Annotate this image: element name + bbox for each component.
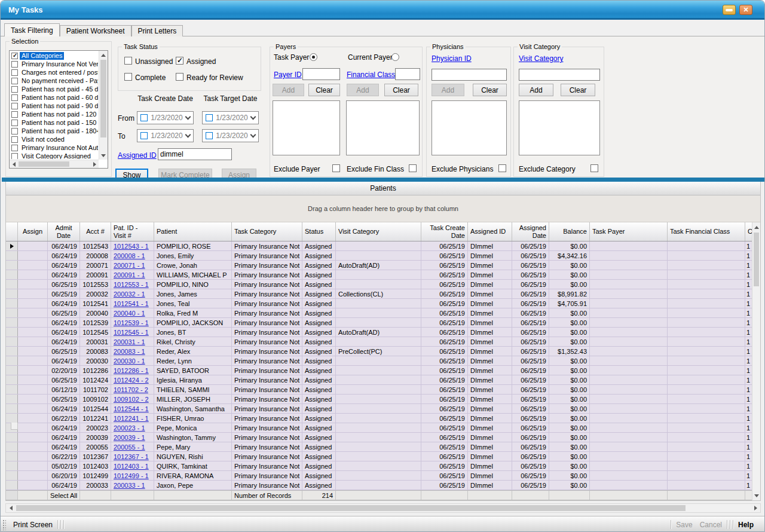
header-acct[interactable]: Acct # [80,222,111,241]
patient-visit-link[interactable]: 200033 - 1 [114,481,145,490]
item-checkbox[interactable] [11,94,18,101]
scroll-thumb[interactable] [754,233,759,286]
unassigned-checkbox[interactable] [124,57,132,65]
grid-horizontal-scrollbar[interactable] [5,503,761,513]
patient-visit-link[interactable]: 1009102 - 2 [114,395,149,403]
row-selector[interactable] [6,270,18,279]
row-selector[interactable] [6,442,18,451]
patient-visit-link[interactable]: 1012539 - 1 [114,319,149,327]
patient-visit-link[interactable]: 200030 - 1 [114,357,145,365]
physician-add-button[interactable]: Add [432,84,464,96]
header-pat-id-visit[interactable]: Pat. ID - Visit # [111,222,154,241]
selection-list-item[interactable]: Patient has not paid - 45 da [10,85,98,93]
exclude-fin-class-checkbox[interactable] [409,164,417,172]
row-selector[interactable] [6,471,18,480]
financial-class-listbox[interactable] [346,100,420,155]
header-task-category[interactable]: Task Category [232,222,302,241]
row-selector[interactable] [6,481,18,490]
assigned-id-link[interactable]: Assigned ID [118,151,157,160]
row-selector[interactable] [6,433,18,442]
patient-visit-link[interactable]: 200040 - 1 [114,309,145,317]
row-selector[interactable] [6,318,18,327]
row-selector[interactable] [6,289,18,298]
patient-visit-link[interactable]: 1012241 - 1 [114,414,149,423]
date-enable-checkbox[interactable] [206,132,213,139]
row-selector[interactable] [6,395,18,403]
item-checkbox[interactable] [11,111,18,118]
financial-class-input[interactable] [395,68,420,80]
patient-visit-link[interactable]: 200091 - 1 [114,271,145,279]
item-checkbox[interactable] [11,128,18,134]
header-assigned-date[interactable]: Assigned Date [512,222,549,241]
patient-visit-link[interactable]: 200039 - 1 [114,433,145,442]
patient-visit-link[interactable]: 1011702 - 2 [114,386,148,394]
scroll-thumb[interactable] [16,505,686,511]
item-checkbox[interactable] [11,145,18,151]
selection-list-item[interactable]: Patient has not paid - 120 d [10,110,98,118]
row-selector[interactable] [6,461,18,470]
create-date-from-picker[interactable]: 1/23/2020 [137,111,194,124]
item-checkbox[interactable] [11,103,18,109]
physician-listbox[interactable] [432,100,507,155]
item-checkbox[interactable] [11,86,18,93]
patient-visit-link[interactable]: 200071 - 1 [114,261,145,270]
financial-class-add-button[interactable]: Add [347,84,379,96]
row-selector[interactable] [6,299,18,308]
help-button[interactable]: Help [735,521,757,529]
row-selector[interactable] [6,241,18,250]
create-date-to-picker[interactable]: 1/23/2020 [137,129,194,142]
target-date-from-picker[interactable]: 1/23/2020 [202,111,259,124]
group-by-band[interactable]: Drag a column header here to group by th… [6,195,760,222]
patient-visit-link[interactable]: 200032 - 1 [114,290,145,298]
assigned-id-input[interactable] [158,148,232,160]
row-selector[interactable] [6,414,18,423]
row-selector[interactable] [6,347,18,356]
item-checkbox[interactable] [11,153,18,159]
patient-visit-link[interactable]: 200008 - 1 [114,252,145,260]
complete-checkbox[interactable] [124,73,132,81]
physician-id-input[interactable] [432,69,507,81]
row-selector[interactable] [6,251,18,260]
patient-visit-link[interactable]: 1012424 - 2 [114,376,149,384]
item-checkbox[interactable] [11,69,18,76]
ready-for-review-checkbox[interactable] [176,73,183,81]
selection-listbox[interactable]: All Categories Primary Insurance Not Ver… [9,50,108,169]
visit-category-link[interactable]: Visit Category [519,54,563,63]
patient-visit-link[interactable]: 200055 - 1 [114,443,145,451]
assigned-checkbox[interactable] [176,57,183,65]
header-assign[interactable]: Assign [18,222,48,241]
selection-list-item[interactable]: Charges not entered / poste [10,68,98,77]
row-selector[interactable] [6,452,18,461]
patient-visit-link[interactable]: 1012403 - 1 [114,462,149,470]
exclude-physicians-checkbox[interactable] [498,164,506,172]
row-selector[interactable] [6,261,18,270]
selection-list-item[interactable]: Patient has not paid - 150 d [10,118,98,127]
patient-visit-link[interactable]: 1012286 - 1 [114,366,149,375]
selection-list-item[interactable]: Primary Insurance Not Auth [10,143,98,152]
exclude-payer-checkbox[interactable] [332,164,340,172]
header-task-financial-class[interactable]: Task Financial Class [668,222,745,241]
header-task-payer[interactable]: Task Payer [590,222,668,241]
patient-visit-link[interactable]: 1012543 - 1 [114,242,149,250]
patient-visit-link[interactable]: 200031 - 1 [114,338,145,346]
visit-category-input[interactable] [519,69,600,81]
print-screen-button[interactable]: Print Screen [10,521,56,529]
visit-category-add-button[interactable]: Add [519,84,553,96]
close-button[interactable]: ✕ [739,5,752,15]
selection-list-item[interactable]: Patient has not paid - 90 da [10,102,98,110]
visit-category-listbox[interactable] [519,100,600,155]
tab-patient-worksheet[interactable]: Patient Worksheet [60,25,131,36]
selection-list-item[interactable]: Primary Insurance Not Verifi [10,60,98,68]
selection-list-item[interactable]: Patient has not paid - 60 da [10,93,98,102]
select-all-button[interactable]: Select All [48,491,80,500]
header-patient[interactable]: Patient [154,222,232,241]
header-admit-date[interactable]: Admit Date [48,222,80,241]
patient-visit-link[interactable]: 1012367 - 1 [114,452,149,461]
payer-add-button[interactable]: Add [273,84,304,96]
item-checkbox[interactable] [11,78,18,84]
date-enable-checkbox[interactable] [206,114,213,121]
item-checkbox[interactable] [11,53,18,59]
patient-visit-link[interactable]: 1012544 - 1 [114,405,149,413]
selection-list-item[interactable]: Visit Category Assigned [10,152,98,159]
selection-list-item[interactable]: No payment received - Pay [10,77,98,85]
